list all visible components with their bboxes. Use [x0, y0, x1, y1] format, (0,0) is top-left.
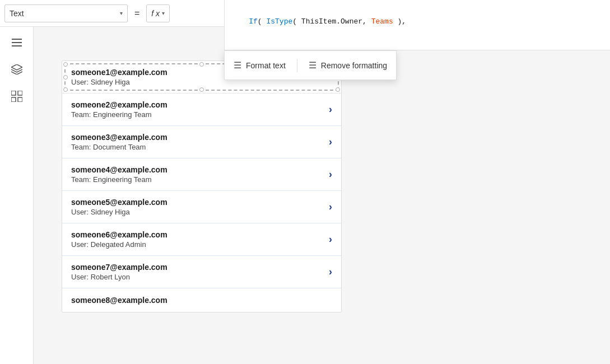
text-dropdown[interactable]: Text ▾	[4, 4, 128, 22]
fx-label: f x	[151, 9, 160, 18]
list-item-email-8: someone8@example.com	[71, 296, 167, 305]
components-icon	[11, 91, 22, 102]
format-text-label: Format text	[246, 61, 286, 70]
formula-line-1: If( IsType( ThisItem.Owner, Teams ),	[231, 4, 603, 39]
svg-rect-5	[18, 91, 22, 95]
svg-marker-3	[11, 64, 22, 70]
format-text-menu-item[interactable]: ☰ Format text	[225, 55, 295, 75]
context-menu: ☰ Format text ☰ Remove formatting	[224, 50, 397, 80]
list-item-3[interactable]: someone3@example.com Team: Document Team…	[62, 126, 341, 158]
resize-handle-bl[interactable]	[63, 87, 68, 92]
resize-handle-br[interactable]	[336, 87, 340, 92]
equals-sign: =	[132, 8, 142, 18]
layers-icon	[11, 64, 22, 74]
list-panel: someone1@example.com User: Sidney Higa s…	[62, 60, 342, 312]
svg-rect-6	[11, 97, 16, 102]
chevron-right-icon-7: ›	[329, 266, 332, 278]
list-item-2[interactable]: someone2@example.com Team: Engineering T…	[62, 94, 341, 126]
sidebar	[0, 27, 34, 364]
svg-rect-2	[12, 45, 22, 46]
resize-handle-tm[interactable]	[199, 62, 204, 67]
fx-arrow-icon: ▾	[162, 10, 165, 16]
list-item-email-3: someone3@example.com	[71, 133, 167, 142]
if-keyword: If	[249, 17, 258, 26]
list-item-4[interactable]: someone4@example.com Team: Engineering T…	[62, 158, 341, 191]
svg-rect-0	[12, 39, 22, 40]
chevron-right-icon-5: ›	[329, 201, 332, 213]
svg-rect-1	[12, 42, 22, 43]
format-text-icon: ☰	[234, 60, 241, 71]
remove-formatting-icon: ☰	[309, 60, 316, 71]
list-item-content-2: someone2@example.com Team: Engineering T…	[71, 100, 167, 119]
menu-divider	[297, 59, 297, 72]
list-item-content-7: someone7@example.com User: Robert Lyon	[71, 263, 167, 281]
chevron-right-icon-6: ›	[329, 234, 332, 245]
formula-line-2: "Team: " & AsType( ThisItem.Owner, Teams…	[231, 39, 603, 50]
svg-rect-4	[11, 91, 16, 95]
sidebar-icon-menu[interactable]	[8, 34, 26, 52]
chevron-right-icon-3: ›	[329, 136, 332, 148]
resize-handle-bm[interactable]	[199, 87, 204, 92]
chevron-right-icon-2: ›	[329, 104, 332, 115]
list-item-6[interactable]: someone6@example.com User: Delegated Adm…	[62, 223, 341, 256]
dropdown-arrow-icon: ▾	[120, 10, 123, 16]
formula-bar[interactable]: If( IsType( ThisItem.Owner, Teams ), "Te…	[224, 0, 610, 50]
list-item-sub-4: Team: Engineering Team	[71, 175, 167, 184]
list-item-sub-3: Team: Document Team	[71, 143, 167, 151]
list-item-content-5: someone5@example.com User: Sidney Higa	[71, 198, 167, 216]
fx-button[interactable]: f x ▾	[146, 4, 170, 22]
list-item-7[interactable]: someone7@example.com User: Robert Lyon ›	[62, 256, 341, 288]
list-item-sub-5: User: Sidney Higa	[71, 208, 167, 216]
list-item-email-2: someone2@example.com	[71, 100, 167, 109]
chevron-right-icon-4: ›	[329, 169, 332, 180]
list-item-email-6: someone6@example.com	[71, 230, 167, 239]
list-item-sub-6: User: Delegated Admin	[71, 240, 167, 249]
sidebar-icon-layers[interactable]	[8, 60, 26, 78]
svg-rect-7	[18, 97, 22, 102]
list-item-content-3: someone3@example.com Team: Document Team	[71, 133, 167, 151]
list-item-sub-2: Team: Engineering Team	[71, 110, 167, 119]
sidebar-icon-components[interactable]	[8, 87, 26, 105]
resize-handle-lm[interactable]	[63, 75, 68, 80]
dropdown-label: Text	[10, 9, 118, 18]
list-item-5[interactable]: someone5@example.com User: Sidney Higa ›	[62, 191, 341, 223]
list-item-sub-7: User: Robert Lyon	[71, 273, 167, 281]
list-item-email-4: someone4@example.com	[71, 165, 167, 174]
resize-handle-tl[interactable]	[63, 62, 68, 67]
remove-formatting-label: Remove formatting	[321, 61, 387, 70]
list-item-email-7: someone7@example.com	[71, 263, 167, 272]
menu-icon	[12, 39, 22, 46]
list-item-8-partial[interactable]: someone8@example.com	[62, 288, 341, 312]
list-item-content-6: someone6@example.com User: Delegated Adm…	[71, 230, 167, 249]
list-item-email-5: someone5@example.com	[71, 198, 167, 207]
remove-formatting-menu-item[interactable]: ☰ Remove formatting	[300, 55, 396, 75]
list-item-content-4: someone4@example.com Team: Engineering T…	[71, 165, 167, 184]
